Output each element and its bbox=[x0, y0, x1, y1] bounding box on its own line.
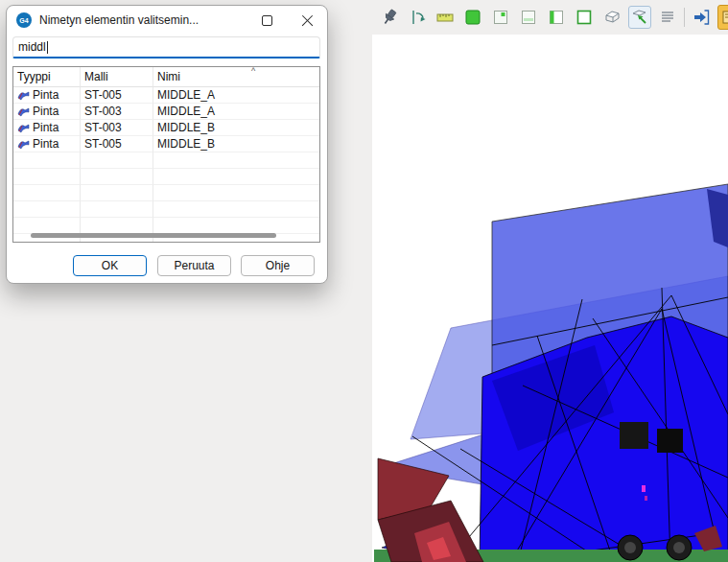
cell-nimi: MIDDLE_A bbox=[153, 104, 319, 120]
close-icon bbox=[301, 14, 314, 27]
green-plane-icon[interactable] bbox=[461, 6, 484, 29]
named-element-dialog: G4 Nimetyn elementin valitsemin... middl… bbox=[6, 5, 328, 284]
import-icon[interactable] bbox=[690, 6, 713, 29]
toolbar-separator bbox=[684, 8, 685, 27]
table-row[interactable]: Pinta ST-003 MIDDLE_A bbox=[13, 104, 319, 120]
cell-malli: ST-005 bbox=[81, 136, 153, 152]
plane-icon-3[interactable] bbox=[545, 6, 568, 29]
surface-icon bbox=[17, 90, 30, 101]
plane-icon-1[interactable] bbox=[489, 6, 512, 29]
cell-nimi: MIDDLE_B bbox=[153, 120, 319, 136]
cell-malli: ST-003 bbox=[81, 120, 153, 136]
table-row[interactable]: Pinta ST-005 MIDDLE_A bbox=[13, 87, 319, 104]
column-header-tyyppi[interactable]: Tyyppi bbox=[13, 67, 81, 87]
dialog-title: Nimetyn elementin valitsemin... bbox=[39, 13, 247, 27]
ok-button[interactable]: OK bbox=[73, 255, 147, 276]
surface-icon bbox=[17, 123, 30, 133]
cell-malli: ST-005 bbox=[81, 87, 153, 104]
surface-icon bbox=[17, 106, 30, 117]
cell-tyyppi: Pinta bbox=[33, 121, 59, 134]
table-header-row: Tyyppi Malli Nimi ^ bbox=[13, 67, 319, 87]
pin-icon[interactable] bbox=[378, 6, 401, 29]
surface-icon bbox=[17, 139, 30, 150]
rotate-view-icon[interactable] bbox=[406, 6, 429, 29]
app-icon: G4 bbox=[16, 12, 32, 28]
table-row[interactable]: Pinta ST-005 MIDDLE_B bbox=[13, 136, 319, 152]
sort-indicator: ^ bbox=[251, 66, 255, 76]
cell-tyyppi: Pinta bbox=[33, 105, 59, 118]
search-input-value: middl bbox=[18, 40, 46, 54]
cancel-button[interactable]: Peruuta bbox=[157, 255, 231, 276]
table-empty-row bbox=[13, 185, 319, 201]
table-row[interactable]: Pinta ST-003 MIDDLE_B bbox=[13, 120, 319, 136]
table-empty-row bbox=[13, 218, 319, 234]
help-button[interactable]: Ohje bbox=[241, 255, 315, 276]
table-empty-row bbox=[13, 201, 319, 218]
view-toolbar bbox=[378, 5, 728, 30]
close-button[interactable] bbox=[287, 6, 327, 35]
table-empty-row bbox=[13, 169, 319, 185]
maximize-button[interactable] bbox=[247, 6, 287, 35]
results-table[interactable]: Tyyppi Malli Nimi ^ Pinta ST-005 MIDDLE_… bbox=[12, 66, 320, 243]
column-header-malli[interactable]: Malli bbox=[81, 67, 153, 87]
horizontal-scrollbar[interactable] bbox=[31, 233, 276, 238]
layers-icon[interactable] bbox=[656, 6, 679, 29]
cell-malli: ST-003 bbox=[81, 104, 153, 120]
dialog-titlebar[interactable]: G4 Nimetyn elementin valitsemin... bbox=[7, 6, 327, 35]
cell-nimi: MIDDLE_A bbox=[153, 87, 319, 104]
table-empty-row bbox=[13, 152, 319, 169]
slab-arrow-icon[interactable] bbox=[628, 6, 651, 29]
cell-tyyppi: Pinta bbox=[33, 88, 59, 102]
slab-icon[interactable] bbox=[600, 6, 623, 29]
maximize-icon bbox=[262, 15, 272, 26]
plane-icon-4[interactable] bbox=[573, 6, 596, 29]
text-cursor bbox=[47, 41, 48, 54]
plane-icon-2[interactable] bbox=[517, 6, 540, 29]
cell-nimi: MIDDLE_B bbox=[153, 136, 319, 152]
search-input[interactable]: middl bbox=[12, 36, 320, 59]
partial-tool-icon[interactable] bbox=[717, 5, 728, 30]
ruler-icon[interactable] bbox=[434, 6, 457, 29]
cell-tyyppi: Pinta bbox=[33, 137, 59, 151]
column-header-nimi[interactable]: Nimi bbox=[153, 67, 319, 87]
